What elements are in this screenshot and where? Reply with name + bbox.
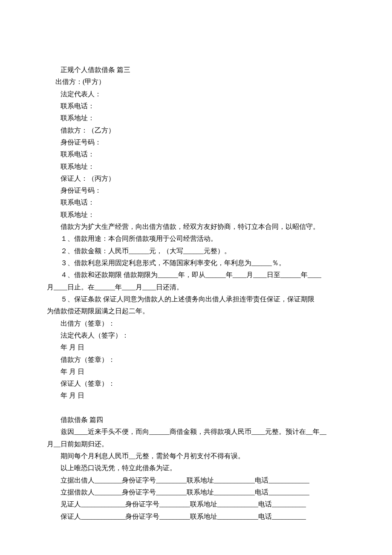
p3-clause5-b: 为借款偿还期限届满之日起二年。 (47, 305, 345, 317)
p3-lender-sign: 出借方（签章）： (47, 318, 345, 330)
p3-guarantor-sign: 保证人（签章）： (47, 378, 345, 390)
p3-title: 正规个人借款借条 篇三 (47, 64, 345, 76)
p3-clause4-b: 月____日止。在______年____月____日还清。 (47, 281, 345, 293)
p3-borrower-phone: 联系电话： (47, 148, 345, 160)
document-page: 正规个人借款借条 篇三 出借方：(甲方） 法定代表人： 联系电话： 联系地址： … (0, 0, 392, 555)
p3-lender-address: 联系地址： (47, 112, 345, 124)
p3-lender-text: 出借方：(甲方） (55, 78, 105, 85)
blank-line (47, 402, 345, 414)
p3-borrower-sign: 借款方（签章）： (47, 354, 345, 366)
p3-intro: 借款方为扩大生产经营，向出借方借款，经双方友好协商，特订立本合同，以昭信守。 (47, 221, 345, 233)
p3-borrower-party: 借款方：（乙方） (47, 124, 345, 136)
p3-guarantor-party: 保证人：（丙方） (47, 173, 345, 185)
p3-legal-rep: 法定代表人： (47, 88, 345, 100)
p3-date-1: 年 月 日 (47, 341, 345, 353)
p3-date-3: 年 月 日 (47, 390, 345, 402)
p3-lender-line: 出借方：(甲方） (47, 76, 345, 88)
p3-legal-rep-sign: 法定代表人（签字）： (47, 330, 345, 341)
p3-guarantor-phone: 联系电话： (47, 197, 345, 208)
p3-date-2: 年 月 日 (47, 366, 345, 378)
p3-borrower-address: 联系地址： (47, 161, 345, 173)
p4-guarantor-row: 保证人_____________身份证字号_________联系地址______… (47, 511, 345, 523)
p4-intro-a: 兹因____近来手头不便，而向______商借金额，共得款项人民币____元整。… (47, 426, 345, 438)
p3-guarantor-address: 联系地址： (47, 209, 345, 221)
p3-clause2: ２、借款金额：人民币______元，（大写______元整）。 (47, 245, 345, 257)
p3-clause3: ３、借款利息采用固定利息形式，不随国家利率变化，年利息为______％。 (47, 257, 345, 269)
p4-interest: 期间每个月利息人民币__元整，需於每个月初支付不得有误。 (47, 450, 345, 462)
p4-intro-b: 月__日前如期归还。 (47, 438, 345, 450)
p4-title: 借款借条 篇四 (47, 414, 345, 426)
p4-lender-row: 立据出借人________身份证字号_________联系地址_________… (47, 474, 345, 486)
p3-clause4-a: ４、借款和还款期限 借款期限为______年，即从______年____月___… (47, 269, 345, 281)
p3-clause1: １、借款用途：本合同所借款项用于公司经营活动。 (47, 233, 345, 245)
p3-lender-phone: 联系电话： (47, 100, 345, 112)
p4-proof: 以上唯恐口说无凭，特立此借条为证。 (47, 462, 345, 474)
p3-borrower-id: 身份证号码： (47, 136, 345, 148)
p3-clause5-a: ５、保证条款 保证人同意为借款人的上述债务向出借人承担连带责任保证，保证期限 (47, 293, 345, 305)
p4-borrower-row: 立据借款人________身份证字号_________联系地址_________… (47, 486, 345, 498)
p4-witness-row: 见证人_____________身份证字号_________联系地址______… (47, 498, 345, 510)
p3-guarantor-id: 身份证号码： (47, 185, 345, 197)
